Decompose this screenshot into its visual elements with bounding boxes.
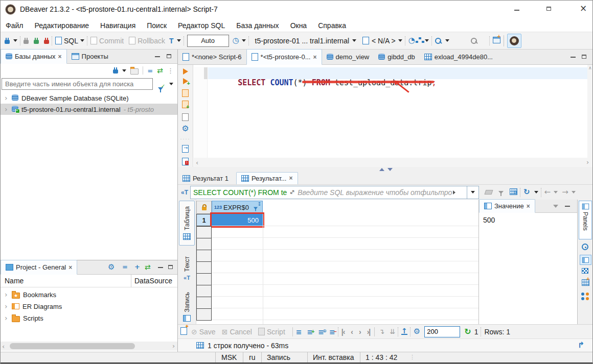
expander-icon[interactable]: › (5, 314, 9, 322)
sash-down-icon[interactable] (387, 168, 393, 171)
project-collapse-all-icon[interactable]: = (122, 263, 128, 270)
project-item-bookmarks[interactable]: › ★ Bookmarks (1, 289, 177, 300)
schema-selector[interactable]: < N/A > (372, 37, 396, 45)
filter-overflow-icon[interactable] (453, 190, 455, 195)
schema-selector-dropdown-icon[interactable] (398, 39, 402, 42)
tab-value[interactable]: Значение × (479, 199, 535, 213)
editor-vscrollbar[interactable]: ∧ (587, 65, 593, 158)
scroll-left-icon[interactable]: ‹ (2, 343, 5, 350)
dbeaver-community-icon[interactable] (507, 34, 521, 48)
tab-value-close-icon[interactable]: × (527, 203, 530, 210)
side-tab-grid[interactable]: Таблица (179, 201, 195, 246)
nav-back-dropdown-icon[interactable] (554, 191, 558, 193)
editor-maximize-icon[interactable] (582, 55, 586, 59)
menu-database[interactable]: База данных (236, 21, 279, 30)
tree-item-sample-database[interactable]: › DBeaver Sample Database (SQLite) (1, 92, 177, 104)
metadata-panel-icon[interactable] (582, 268, 588, 274)
window-close-button[interactable]: × (580, 4, 587, 13)
scroll-right-icon[interactable]: › (172, 343, 175, 349)
scroll-right-icon[interactable]: › (586, 159, 589, 165)
rollback-button[interactable]: Rollback (138, 37, 165, 45)
db-panel-minimize-icon[interactable] (155, 56, 160, 57)
scroll-left-icon[interactable]: ‹ (196, 159, 198, 166)
scroll-up-icon[interactable]: ∧ (588, 66, 592, 70)
refresh-results-icon[interactable]: ↻ (523, 188, 530, 196)
expander-icon[interactable]: › (5, 106, 9, 113)
connection-selector[interactable]: t5-prostore-01 ... tral1.internal (255, 37, 349, 45)
network-icon[interactable] (419, 37, 421, 39)
nav-back-icon[interactable]: ← (544, 188, 551, 196)
view-menu-icon[interactable]: ⋮ (167, 67, 174, 74)
dashboard-icon[interactable]: ◔ (408, 37, 415, 44)
autocommit-combo[interactable]: Auto (187, 35, 229, 47)
editor-results-sash[interactable] (178, 167, 593, 172)
add-row-icon[interactable]: ≡+ (307, 328, 313, 336)
menu-help[interactable]: Справка (318, 21, 346, 30)
script-button[interactable]: Script (267, 328, 285, 336)
duplicate-row-icon[interactable]: ≡⊕ (318, 328, 324, 336)
column-filter-sort-icon[interactable]: ↕ (253, 204, 258, 211)
export-from-query-icon[interactable]: → (182, 145, 189, 154)
project-minimize-icon[interactable] (158, 267, 163, 268)
sql-dropdown-icon[interactable] (80, 39, 84, 42)
filter-input[interactable]: SELECT COUNT(*) FROM te ↕ Введите SQL вы… (190, 186, 467, 199)
tab-script-7-active[interactable]: *<t5-prostore-0... × (246, 49, 322, 65)
customize-columns-icon[interactable]: ⚙ (510, 188, 517, 197)
filter-history-dropdown[interactable] (467, 186, 479, 199)
tab-close-icon[interactable]: × (289, 175, 293, 182)
save-button[interactable]: Save (199, 328, 216, 336)
first-row-icon[interactable]: |‹ (341, 328, 345, 336)
editor-hscrollbar[interactable]: ‹ › (194, 158, 593, 167)
tree-item-t5-prostore[interactable]: › t5-prostore-01.ru-central1.internal - … (1, 104, 177, 115)
menu-windows[interactable]: Окна (290, 21, 307, 30)
search-metadata-icon[interactable] (435, 38, 441, 44)
aggregate-panel-icon[interactable] (581, 293, 590, 301)
tab-script-6[interactable]: *<none> Script-6 (178, 50, 246, 64)
open-in-editor-icon[interactable]: ✦ (180, 327, 187, 336)
execute-statement-icon[interactable] (183, 68, 188, 75)
project-link-editor-icon[interactable]: ⇄ (145, 263, 151, 271)
project-expand-icon[interactable]: + (134, 263, 140, 270)
new-window-icon[interactable]: + (493, 37, 500, 45)
tab-databases[interactable]: Базы данных × (1, 49, 67, 64)
tab-close-icon[interactable]: × (313, 54, 316, 61)
last-row-icon[interactable]: ›| (367, 328, 371, 336)
link-with-editor-icon[interactable]: ⇄ (157, 67, 163, 74)
prev-row-icon[interactable]: ‹ (351, 328, 353, 336)
tab-exload[interactable]: exload_4994de80... (420, 50, 497, 64)
script-warning-icon[interactable]: ! (182, 158, 189, 167)
quick-search-icon[interactable] (471, 38, 477, 44)
tab-gibdd-db[interactable]: gibdd_db (374, 50, 420, 64)
menu-file[interactable]: Файл (6, 21, 23, 30)
sql-editor-area[interactable]: SELECT COUNT(*) FROM test_upload_data.tr… (194, 65, 587, 158)
export-log-icon[interactable]: ↱ (578, 341, 584, 349)
refresh-dropdown-icon[interactable] (534, 191, 538, 193)
column-header-datasource[interactable]: DataSource (134, 277, 172, 285)
db-new-connection-icon[interactable] (113, 69, 118, 74)
tab-databases-close-icon[interactable]: × (58, 53, 62, 60)
expander-icon[interactable]: › (5, 303, 9, 310)
disconnect-icon[interactable] (44, 40, 49, 44)
export-resultset-icon[interactable]: ↑ (401, 328, 407, 335)
tab-projects[interactable]: Проекты (67, 50, 113, 63)
filter-type-icon[interactable]: «T (181, 189, 188, 196)
window-maximize-button[interactable] (546, 7, 551, 11)
row-header-1[interactable]: 1 (196, 214, 212, 226)
db-new-connection-dropdown-icon[interactable] (122, 69, 126, 72)
references-panel-icon[interactable]: + (582, 279, 589, 287)
transaction-mode-dropdown-icon[interactable] (177, 39, 181, 42)
execute-script-icon[interactable] (182, 89, 189, 97)
project-settings-gear-icon[interactable]: ⚙ (108, 263, 115, 271)
transaction-log-dropdown-icon[interactable] (242, 39, 246, 42)
window-minimize-button[interactable] (514, 10, 519, 11)
object-search-input[interactable] (2, 78, 153, 90)
nav-forward-dropdown-icon[interactable] (572, 191, 576, 193)
explain-plan-icon[interactable] (182, 113, 189, 121)
value-panel-menu-icon[interactable] (553, 205, 558, 208)
refresh-icon[interactable]: ↻ (464, 328, 471, 336)
tab-demo-view[interactable]: demo_view (322, 50, 374, 64)
editor-settings-gear-icon[interactable]: ⚙ (181, 125, 189, 133)
transaction-mode-icon[interactable]: T (169, 37, 174, 45)
project-hscrollbar[interactable]: ‹ › (1, 342, 177, 351)
sash-up-icon[interactable] (379, 168, 384, 171)
